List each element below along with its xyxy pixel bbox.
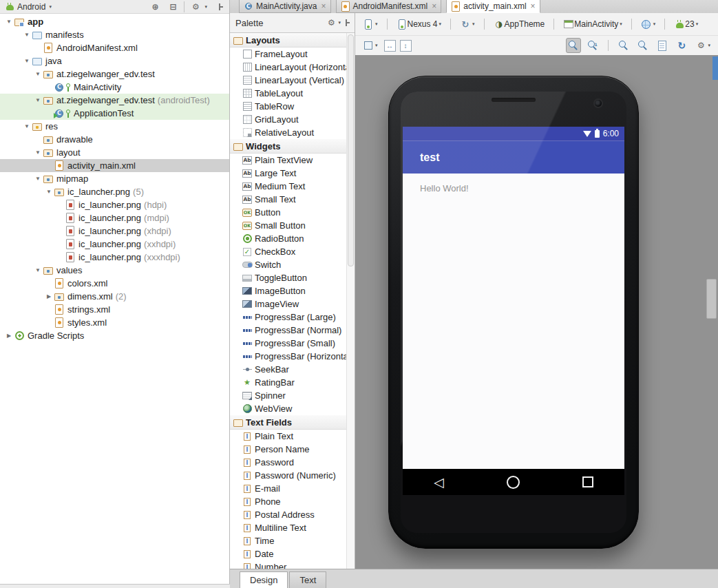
tree-item-mipmap[interactable]: ▼mipmap <box>0 172 229 185</box>
editor-tab-activity-main-xml[interactable]: activity_main.xml× <box>446 0 540 13</box>
canvas-scrollbar-thumb[interactable] <box>706 279 717 319</box>
palette-item-webview[interactable]: WebView <box>230 402 347 415</box>
api-level-button[interactable]: 23 ▾ <box>672 17 700 32</box>
palette-item-password[interactable]: IPassword <box>230 456 347 469</box>
palette-item-small-button[interactable]: OKSmall Button <box>230 219 347 232</box>
palette-item-password-numeric[interactable]: IPassword (Numeric) <box>230 469 347 482</box>
device-selector-button[interactable]: Nexus 4 ▾ <box>394 17 444 32</box>
tree-item-applicationtest[interactable]: CApplicationTest <box>0 107 229 120</box>
preview-doc-button[interactable] <box>655 38 670 53</box>
tree-item-res[interactable]: ▼res <box>0 120 229 133</box>
palette-settings-icon[interactable]: ⚙ <box>326 17 337 28</box>
palette-item-imageview[interactable]: ImageView <box>230 297 347 311</box>
palette-section-layouts[interactable]: Layouts <box>230 33 347 48</box>
palette-item-spinner[interactable]: Spinner <box>230 389 347 402</box>
tree-item-activity-main-xml[interactable]: activity_main.xml <box>0 159 229 172</box>
tree-item-manifests[interactable]: ▼manifests <box>0 28 229 41</box>
tree-item-ic-launcher-png-5[interactable]: ▼ic_launcher.png (5) <box>0 185 229 198</box>
close-tab-icon[interactable]: × <box>321 1 326 11</box>
palette-item-small-text[interactable]: AbSmall Text <box>230 193 347 206</box>
palette-item-progressbar-large[interactable]: ProgressBar (Large) <box>230 311 347 324</box>
resize-horizontal-button[interactable]: ↔ <box>384 40 396 52</box>
resize-vertical-button[interactable]: ↕ <box>400 40 412 52</box>
tree-down-arrow-icon[interactable]: ▼ <box>33 71 43 77</box>
palette-item-medium-text[interactable]: AbMedium Text <box>230 180 347 193</box>
palette-item-relativelayout[interactable]: RelativeLayout <box>230 126 347 139</box>
palette-item-person-name[interactable]: IPerson Name <box>230 443 347 456</box>
tree-item-androidmanifest-xml[interactable]: AndroidManifest.xml <box>0 41 229 54</box>
editor-tab-androidmanifest-xml[interactable]: AndroidManifest.xml× <box>336 0 442 13</box>
palette-item-checkbox[interactable]: ✓CheckBox <box>230 245 347 258</box>
panel-settings-icon[interactable]: ⚙ <box>190 1 201 12</box>
locale-selector-button[interactable]: ▾ <box>639 17 658 32</box>
locate-file-icon[interactable]: ⊕ <box>149 1 160 12</box>
palette-hide-icon[interactable] <box>341 17 352 28</box>
tree-item-values[interactable]: ▼values <box>0 264 229 277</box>
tree-down-arrow-icon[interactable]: ▼ <box>22 58 32 64</box>
zoom-fit-button[interactable]: ▾ <box>361 38 380 53</box>
palette-item-tablelayout[interactable]: TableLayout <box>230 87 347 100</box>
editor-tab-mainactivity-java[interactable]: CMainActivity.java× <box>239 0 331 13</box>
palette-item-progressbar-normal[interactable]: ProgressBar (Normal) <box>230 324 347 337</box>
zoom-in-button[interactable]: + <box>616 38 631 53</box>
app-preview[interactable]: 6:00 test Hello World! ◁ <box>403 127 624 495</box>
tree-item-mainactivity[interactable]: CMainActivity <box>0 81 229 94</box>
tree-right-arrow-icon[interactable]: ▶ <box>4 333 14 339</box>
palette-item-time[interactable]: ITime <box>230 534 347 547</box>
palette-item-plain-text[interactable]: IPlain Text <box>230 430 347 443</box>
palette-item-gridlayout[interactable]: GridLayout <box>230 113 347 126</box>
pan-zoom-button[interactable] <box>566 38 581 53</box>
palette-section-text-fields[interactable]: Text Fields <box>230 415 347 430</box>
palette-section-widgets[interactable]: Widgets <box>230 139 347 154</box>
orientation-button[interactable]: ↻ ▾ <box>458 17 477 32</box>
collapse-all-icon[interactable]: ⊟ <box>167 1 178 12</box>
tree-item-strings-xml[interactable]: strings.xml <box>0 303 229 316</box>
palette-scrollbar[interactable] <box>346 33 355 569</box>
tree-item-layout[interactable]: ▼layout <box>0 146 229 159</box>
palette-item-postal-address[interactable]: IPostal Address <box>230 508 347 521</box>
hide-panel-icon[interactable] <box>214 1 225 12</box>
mode-tab-text[interactable]: Text <box>289 571 326 588</box>
palette-item-linearlayout-horizontal[interactable]: LinearLayout (Horizontal) <box>230 61 347 74</box>
zoom-out-button[interactable]: − <box>635 38 651 53</box>
palette-item-progressbar-horizontal[interactable]: ProgressBar (Horizontal) <box>230 350 347 363</box>
chevron-down-icon[interactable]: ▾ <box>49 4 52 10</box>
refresh-button[interactable]: ↻ <box>674 38 689 53</box>
tree-item-ic-launcher-png-hdpi[interactable]: ic_launcher.png (hdpi) <box>0 198 229 211</box>
palette-item-seekbar[interactable]: SeekBar <box>230 363 347 376</box>
palette-scrollbar-thumb[interactable] <box>348 34 354 266</box>
render-options-button[interactable]: ⚙ ▾ <box>693 38 712 53</box>
activity-selector-button[interactable]: MainActivity ▾ <box>561 17 624 32</box>
palette-item-large-text[interactable]: AbLarge Text <box>230 167 347 180</box>
palette-item-togglebutton[interactable]: ToggleButton <box>230 271 347 284</box>
tree-item-ic-launcher-png-xxhdpi[interactable]: ic_launcher.png (xxhdpi) <box>0 238 229 251</box>
tree-item-ic-launcher-png-xxxhdpi[interactable]: ic_launcher.png (xxxhdpi) <box>0 251 229 264</box>
tree-down-arrow-icon[interactable]: ▼ <box>33 267 43 273</box>
tree-down-arrow-icon[interactable]: ▼ <box>4 19 14 25</box>
palette-item-phone[interactable]: IPhone <box>230 495 347 508</box>
palette-item-date[interactable]: IDate <box>230 547 347 560</box>
tree-item-styles-xml[interactable]: styles.xml <box>0 316 229 329</box>
tree-down-arrow-icon[interactable]: ▼ <box>22 123 32 129</box>
close-tab-icon[interactable]: × <box>432 1 436 11</box>
palette-item-plain-textview[interactable]: AbPlain TextView <box>230 154 347 167</box>
tree-item-java[interactable]: ▼java <box>0 54 229 67</box>
palette-item-framelayout[interactable]: FrameLayout <box>230 48 347 61</box>
tree-down-arrow-icon[interactable]: ▼ <box>44 189 54 195</box>
tree-item-app[interactable]: ▼app <box>0 15 229 28</box>
palette-item-e-mail[interactable]: IE-mail <box>230 482 347 495</box>
palette-item-multiline-text[interactable]: IMultiline Text <box>230 521 347 534</box>
close-tab-icon[interactable]: × <box>531 1 536 11</box>
palette-item-button[interactable]: OKButton <box>230 206 347 219</box>
tree-right-arrow-icon[interactable]: ▶ <box>44 293 54 300</box>
palette-item-tablerow[interactable]: TableRow <box>230 100 347 113</box>
palette-item-linearlayout-vertical[interactable]: LinearLayout (Vertical) <box>230 74 347 87</box>
project-view-selector[interactable]: Android <box>17 2 45 12</box>
tree-down-arrow-icon[interactable]: ▼ <box>33 176 43 182</box>
mode-tab-design[interactable]: Design <box>240 571 288 588</box>
tree-item-drawable[interactable]: drawable <box>0 133 229 146</box>
tree-down-arrow-icon[interactable]: ▼ <box>33 97 43 103</box>
tree-item-ic-launcher-png-mdpi[interactable]: ic_launcher.png (mdpi) <box>0 211 229 224</box>
device-config-button[interactable]: ▾ <box>361 17 380 32</box>
tree-item-ic-launcher-png-xhdpi[interactable]: ic_launcher.png (xhdpi) <box>0 224 229 238</box>
